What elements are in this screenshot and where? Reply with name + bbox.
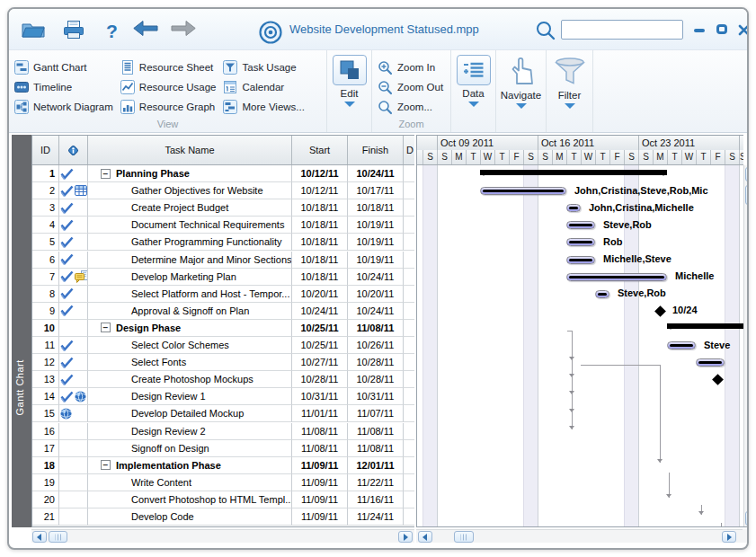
cell-indicators[interactable] — [59, 371, 88, 388]
view-item-resource-graph[interactable]: Resource Graph — [120, 97, 224, 117]
cell-task-name[interactable]: Select Platform and Host - Tempor... — [88, 286, 292, 303]
cell-id[interactable]: 9 — [32, 303, 59, 320]
table-row[interactable]: 1−Planning Phase10/12/1110/24/11 — [32, 165, 414, 182]
table-row[interactable]: 12Select Fonts10/27/1110/28/11 — [32, 354, 414, 371]
gantt-task-bar[interactable] — [480, 187, 566, 195]
cell-id[interactable]: 6 — [32, 252, 59, 269]
cell-task-name[interactable]: −Design Phase — [88, 320, 292, 337]
cell-duration[interactable] — [404, 182, 414, 199]
table-row[interactable]: 13Create Photoshop Mockups10/28/1110/28/… — [32, 371, 414, 388]
cell-task-name[interactable]: Select Color Schemes — [88, 337, 292, 354]
cell-id[interactable]: 4 — [32, 217, 59, 234]
table-row[interactable]: 4Document Technical Requirements10/18/11… — [32, 217, 414, 234]
cell-duration[interactable] — [404, 354, 414, 371]
cell-duration[interactable] — [404, 440, 414, 457]
cell-duration[interactable] — [404, 508, 414, 526]
column-header-duration[interactable]: D — [404, 136, 414, 164]
cell-id[interactable]: 21 — [32, 508, 59, 526]
cell-finish[interactable]: 10/20/11 — [348, 286, 404, 303]
cell-indicators[interactable] — [59, 440, 88, 457]
cell-start[interactable]: 11/09/11 — [292, 491, 348, 508]
cell-id[interactable]: 20 — [32, 491, 59, 508]
column-header-indicators[interactable] — [59, 136, 88, 164]
cell-task-name[interactable]: Write Content — [88, 474, 292, 491]
zoom-item-zoom-in[interactable]: Zoom In — [372, 57, 450, 77]
vertical-scroll-thumb[interactable] — [745, 185, 749, 205]
cell-indicators[interactable] — [59, 269, 88, 286]
gantt-milestone[interactable] — [654, 305, 666, 317]
cell-task-name[interactable]: Convert Photoshop to HTML Templ... — [88, 491, 292, 508]
scroll-right-button[interactable] — [722, 531, 736, 543]
view-item-more-views[interactable]: More Views... — [223, 97, 311, 117]
cell-duration[interactable] — [404, 320, 414, 337]
cell-duration[interactable] — [404, 269, 414, 286]
cell-finish[interactable]: 11/08/11 — [348, 440, 404, 457]
scroll-up-button[interactable] — [745, 167, 749, 181]
scroll-right-button[interactable] — [398, 531, 413, 543]
cell-id[interactable]: 7 — [32, 269, 59, 286]
open-file-icon[interactable] — [22, 21, 45, 41]
collapse-toggle[interactable]: − — [101, 460, 111, 470]
cell-id[interactable]: 1 — [32, 165, 59, 182]
table-horizontal-scrollbar[interactable] — [31, 529, 414, 543]
cell-task-name[interactable]: Develop Code — [88, 508, 292, 526]
cell-start[interactable]: 11/08/11 — [292, 423, 348, 440]
cell-duration[interactable] — [404, 234, 414, 251]
view-item-network-diagram[interactable]: Network Diagram — [14, 97, 120, 117]
cell-finish[interactable]: 10/28/11 — [348, 354, 404, 371]
table-scroll-thumb[interactable] — [49, 531, 67, 543]
chart-scroll-thumb[interactable] — [454, 531, 474, 543]
gantt-summary-bar[interactable] — [667, 323, 743, 329]
cell-id[interactable]: 11 — [32, 337, 59, 354]
cell-indicators[interactable] — [59, 508, 88, 526]
cell-task-name[interactable]: Determine Major and Minor Sections — [88, 252, 292, 269]
cell-finish[interactable]: 10/17/11 — [348, 182, 404, 199]
gantt-milestone[interactable] — [712, 374, 724, 385]
navigate-button[interactable]: Navigate — [496, 50, 546, 132]
cell-start[interactable]: 10/25/11 — [292, 337, 348, 354]
cell-finish[interactable]: 11/08/11 — [348, 320, 404, 337]
view-item-calendar[interactable]: Calendar — [223, 77, 311, 97]
cell-indicators[interactable] — [59, 320, 88, 337]
cell-task-name[interactable]: Create Photoshop Mockups — [88, 371, 292, 388]
cell-duration[interactable] — [404, 474, 414, 491]
cell-start[interactable]: 10/28/11 — [292, 371, 348, 388]
cell-finish[interactable]: 10/19/11 — [348, 234, 404, 251]
cell-duration[interactable] — [404, 457, 414, 474]
chart-horizontal-scrollbar[interactable] — [416, 529, 743, 543]
cell-finish[interactable]: 10/24/11 — [348, 269, 404, 286]
table-row[interactable]: 3Create Project Budget10/18/1110/18/11 — [32, 199, 414, 217]
cell-indicators[interactable] — [59, 457, 88, 474]
cell-start[interactable]: 11/09/11 — [292, 508, 348, 526]
collapse-toggle[interactable]: − — [101, 323, 111, 332]
cell-indicators[interactable] — [59, 388, 88, 405]
cell-start[interactable]: 10/12/11 — [292, 182, 348, 199]
cell-id[interactable]: 15 — [32, 405, 59, 422]
search-icon[interactable] — [536, 21, 556, 44]
cell-start[interactable]: 10/20/11 — [292, 286, 348, 303]
cell-duration[interactable] — [404, 388, 414, 405]
cell-task-name[interactable]: Approval & Signoff on Plan — [88, 303, 292, 320]
gantt-task-bar[interactable] — [566, 273, 667, 281]
cell-task-name[interactable]: −Implementation Phase — [88, 457, 292, 474]
cell-indicators[interactable] — [59, 234, 88, 251]
cell-start[interactable]: 10/18/11 — [292, 199, 348, 217]
table-row[interactable]: 16Design Review 211/08/1111/08/11 — [32, 423, 414, 440]
cell-start[interactable]: 11/09/11 — [292, 474, 348, 491]
back-arrow-icon[interactable] — [133, 21, 158, 40]
cell-id[interactable]: 14 — [32, 388, 59, 405]
gantt-task-bar[interactable] — [566, 204, 581, 212]
cell-finish[interactable]: 11/08/11 — [348, 423, 404, 440]
table-row[interactable]: 9Approval & Signoff on Plan10/24/1110/24… — [32, 303, 414, 320]
column-header-finish[interactable]: Finish — [348, 136, 404, 164]
cell-task-name[interactable]: Design Review 1 — [88, 388, 292, 405]
collapse-toggle[interactable]: − — [101, 169, 111, 179]
table-row[interactable]: 14Design Review 110/31/1110/31/11 — [32, 388, 414, 405]
cell-finish[interactable]: 10/26/11 — [348, 337, 404, 354]
zoom-item-zoom[interactable]: Zoom... — [372, 97, 450, 117]
table-row[interactable]: 11Select Color Schemes10/25/1110/26/11 — [32, 337, 414, 354]
cell-id[interactable]: 8 — [32, 286, 59, 303]
cell-indicators[interactable] — [59, 286, 88, 303]
view-item-timeline[interactable]: Timeline — [14, 77, 120, 97]
data-button[interactable]: Data — [451, 50, 495, 132]
